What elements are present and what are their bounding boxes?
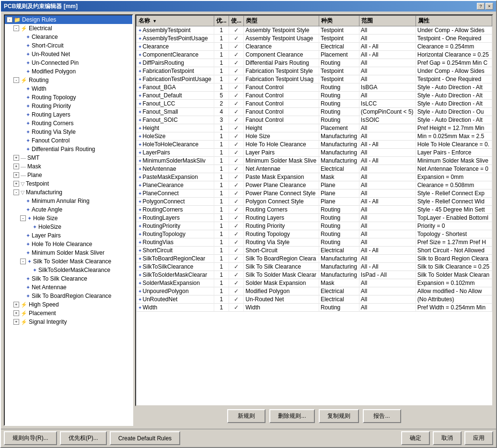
tree-item-short-circuit[interactable]: ✦ Short-Circuit xyxy=(5,41,132,50)
tree-item-hole-to-hole[interactable]: ✦ Hole To Hole Clearance xyxy=(5,240,132,248)
tree-item-routing-layers[interactable]: ✦ Routing Layers xyxy=(5,110,132,119)
cell-enabled[interactable]: ✓ xyxy=(229,92,243,100)
checkbox[interactable]: ✓ xyxy=(234,247,239,254)
col-enabled[interactable]: 使... xyxy=(229,16,243,26)
expand-icon[interactable]: + xyxy=(13,155,19,161)
checkbox[interactable]: ✓ xyxy=(234,304,239,311)
col-type[interactable]: 类型 xyxy=(244,16,319,26)
table-row[interactable]: ✦Height 1 ✓ Height Placement All Pref He… xyxy=(137,124,492,132)
tree-item-mask[interactable]: + — Mask xyxy=(5,162,132,171)
cell-enabled[interactable]: ✓ xyxy=(229,206,243,214)
cell-enabled[interactable]: ✓ xyxy=(229,287,243,295)
table-row[interactable]: ✦Fanout_Small 4 ✓ Fanout Control Routing… xyxy=(137,108,492,116)
table-row[interactable]: ✦LayerPairs 1 ✓ Layer Pairs Manufacturin… xyxy=(137,149,492,157)
cell-enabled[interactable]: ✓ xyxy=(229,157,243,165)
tree-item-routing-priority[interactable]: ✦ Routing Priority xyxy=(5,102,132,110)
cell-enabled[interactable]: ✓ xyxy=(229,43,243,51)
table-row[interactable]: ✦RoutingVias 1 ✓ Routing Via Style Routi… xyxy=(137,238,492,247)
expand-icon[interactable]: - xyxy=(20,259,26,264)
cell-enabled[interactable]: ✓ xyxy=(229,67,243,75)
tree-item-layer-pairs[interactable]: ✦ Layer Pairs xyxy=(5,231,132,240)
cell-enabled[interactable]: ✓ xyxy=(229,35,243,43)
cell-enabled[interactable]: ✓ xyxy=(229,83,243,92)
tree-item-un-routed-net[interactable]: ✦ Un-Routed Net xyxy=(5,50,132,59)
checkbox[interactable]: ✓ xyxy=(234,51,239,58)
table-row[interactable]: ✦NetAntennae 1 ✓ Net Antennae Electrical… xyxy=(137,165,492,173)
checkbox[interactable]: ✓ xyxy=(234,84,239,91)
cell-enabled[interactable]: ✓ xyxy=(229,75,243,83)
table-row[interactable]: ✦PlaneClearance 1 ✓ Power Plane Clearanc… xyxy=(137,181,492,189)
tree-item-routing-corners[interactable]: ✦ Routing Corners xyxy=(5,119,132,128)
checkbox[interactable]: ✓ xyxy=(234,288,239,295)
cell-enabled[interactable]: ✓ xyxy=(229,51,243,59)
cell-enabled[interactable]: ✓ xyxy=(229,263,243,271)
tree-panel[interactable]: - 📁 Design Rules - ⚡ Electrical ✦ Cleara… xyxy=(4,14,133,426)
table-row[interactable]: ✦AssemblyTestpoint 1 ✓ Assembly Testpoin… xyxy=(137,26,492,35)
cell-enabled[interactable]: ✓ xyxy=(229,173,243,181)
expand-icon[interactable]: - xyxy=(20,215,26,221)
checkbox[interactable]: ✓ xyxy=(234,165,239,172)
cell-enabled[interactable]: ✓ xyxy=(229,124,243,132)
create-default-rules-button[interactable]: Create Default Rules xyxy=(110,431,180,445)
checkbox[interactable]: ✓ xyxy=(234,141,239,148)
tree-item-routing-topology[interactable]: ✦ Routing Topology xyxy=(5,93,132,102)
col-name[interactable]: 名称 ▼ xyxy=(137,16,214,26)
tree-item-holesize[interactable]: ✦ HoleSize xyxy=(5,223,132,231)
tree-item-acute-angle[interactable]: ✦ Acute Angle xyxy=(5,205,132,214)
tree-item-high-speed[interactable]: + ⚡ High Speed xyxy=(5,300,132,309)
table-row[interactable]: ✦ComponentClearance 1 ✓ Component Cleara… xyxy=(137,51,492,59)
expand-icon[interactable]: + xyxy=(13,319,19,325)
tree-item-width[interactable]: ✦ Width xyxy=(5,84,132,93)
table-row[interactable]: ✦RoutingLayers 1 ✓ Routing Layers Routin… xyxy=(137,214,492,222)
cell-enabled[interactable]: ✓ xyxy=(229,26,243,35)
tree-item-un-connected-pin[interactable]: ✦ Un-Connected Pin xyxy=(5,59,132,67)
table-row[interactable]: ✦PasteMaskExpansion 1 ✓ Paste Mask Expan… xyxy=(137,173,492,181)
tree-item-silktosoldermaskclearance[interactable]: ✦ SilkToSolderMaskClearance xyxy=(5,266,132,274)
checkbox[interactable]: ✓ xyxy=(234,59,239,66)
report-button[interactable]: 报告... xyxy=(363,409,401,423)
apply-button[interactable]: 应用 xyxy=(464,431,493,445)
checkbox[interactable]: ✓ xyxy=(234,100,239,107)
new-rule-button[interactable]: 新规则 xyxy=(227,409,266,423)
checkbox[interactable]: ✓ xyxy=(234,280,239,286)
rule-wizard-button[interactable]: 规则向导(R)... xyxy=(4,431,57,445)
col-category[interactable]: 种类 xyxy=(319,16,359,26)
cell-enabled[interactable]: ✓ xyxy=(229,230,243,238)
cell-enabled[interactable]: ✓ xyxy=(229,59,243,67)
table-row[interactable]: ✦HoleSize 1 ✓ Hole Size Manufacturing Al… xyxy=(137,132,492,141)
tree-item-clearance[interactable]: ✦ Clearance xyxy=(5,33,132,41)
checkbox[interactable]: ✓ xyxy=(234,255,239,262)
cell-enabled[interactable]: ✓ xyxy=(229,247,243,255)
table-row[interactable]: ✦RoutingTopology 1 ✓ Routing Topology Ro… xyxy=(137,230,492,238)
table-row[interactable]: ✦SilkToSilkClearance 1 ✓ Silk To Silk Cl… xyxy=(137,263,492,271)
table-row[interactable]: ✦Fanout_LCC 2 ✓ Fanout Control Routing I… xyxy=(137,100,492,108)
ok-button[interactable]: 确定 xyxy=(401,431,430,445)
cell-enabled[interactable]: ✓ xyxy=(229,238,243,247)
checkbox[interactable]: ✓ xyxy=(234,125,239,131)
cell-enabled[interactable]: ✓ xyxy=(229,222,243,230)
col-properties[interactable]: 属性 xyxy=(416,16,492,26)
tree-item-routing[interactable]: - ⚡ Routing xyxy=(5,76,132,84)
col-scope[interactable]: 范围 xyxy=(359,16,416,26)
table-row[interactable]: ✦SilkToBoardRegionClear 1 ✓ Silk To Boar… xyxy=(137,255,492,263)
checkbox[interactable]: ✓ xyxy=(234,223,239,229)
expand-icon[interactable]: + xyxy=(13,164,19,169)
tree-item-plane[interactable]: + — Plane xyxy=(5,171,132,179)
checkbox[interactable]: ✓ xyxy=(234,271,239,278)
table-row[interactable]: ✦RoutingPriority 1 ✓ Routing Priority Ro… xyxy=(137,222,492,230)
expand-icon[interactable]: - xyxy=(7,17,12,23)
expand-icon[interactable]: - xyxy=(13,189,19,195)
checkbox[interactable]: ✓ xyxy=(234,231,239,237)
checkbox[interactable]: ✓ xyxy=(234,174,239,180)
table-row[interactable]: ✦UnpоuredPolygon 1 ✓ Modified Polygon El… xyxy=(137,287,492,295)
cell-enabled[interactable]: ✓ xyxy=(229,116,243,124)
table-row[interactable]: ✦Width 1 ✓ Width Routing All Pref Width … xyxy=(137,304,492,312)
tree-item-silk-to-solder-mask[interactable]: - ✦ Silk To Solder Mask Clearance xyxy=(5,257,132,266)
cell-enabled[interactable]: ✓ xyxy=(229,295,243,304)
tree-item-silk-to-board[interactable]: ✦ Silk To BoardRegion Clearance xyxy=(5,292,132,300)
cell-enabled[interactable]: ✓ xyxy=(229,108,243,116)
checkbox[interactable]: ✓ xyxy=(234,182,239,189)
checkbox[interactable]: ✓ xyxy=(234,76,239,83)
checkbox[interactable]: ✓ xyxy=(234,214,239,221)
col-priority[interactable]: 优... xyxy=(214,16,229,26)
